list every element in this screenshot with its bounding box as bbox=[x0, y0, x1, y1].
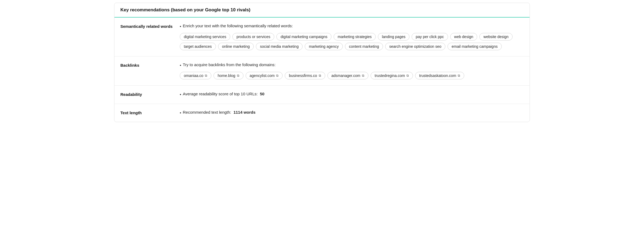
backlinks-section: Backlinks • Try to acquire backlinks fro… bbox=[114, 56, 530, 86]
readability-label: Readability bbox=[120, 92, 174, 98]
bullet-dot-readability: • bbox=[180, 92, 181, 98]
bullet-dot-textlength: • bbox=[180, 110, 181, 116]
semantic-tag: pay per click ppc bbox=[412, 33, 448, 41]
bullet-dot-backlinks: • bbox=[180, 62, 181, 69]
backlinks-tags: omaniaa.co⧉home.blog⧉agencylist.com⧉busi… bbox=[180, 72, 524, 79]
card-title: Key recommendations (based on your Googl… bbox=[120, 7, 250, 12]
text-length-text: Recommended text length: 1114 words bbox=[183, 110, 255, 114]
semantic-tag: marketing agency bbox=[305, 43, 343, 50]
readability-section: Readability • Average readability score … bbox=[114, 86, 530, 104]
semantically-related-tags: digital marketing servicesproducts or se… bbox=[180, 33, 524, 50]
backlink-tag[interactable]: omaniaa.co⧉ bbox=[180, 72, 211, 79]
backlink-domain: trustedsaskatoon.com bbox=[419, 73, 456, 78]
semantic-tag: online marketing bbox=[218, 43, 254, 50]
text-length-intro: Recommended text length: bbox=[183, 110, 231, 114]
external-link-icon: ⧉ bbox=[362, 74, 364, 78]
text-length-content: • Recommended text length: 1114 words bbox=[180, 110, 524, 116]
backlinks-label: Backlinks bbox=[120, 62, 174, 79]
external-link-icon: ⧉ bbox=[406, 74, 409, 78]
text-length-label: Text length bbox=[120, 110, 174, 116]
backlink-tag[interactable]: adsmanager.com⧉ bbox=[327, 72, 368, 79]
backlink-domain: omaniaa.co bbox=[184, 73, 203, 78]
readability-text: Average readability score of top 10 URLs… bbox=[183, 92, 264, 96]
semantic-tag: content marketing bbox=[345, 43, 383, 50]
card-header: Key recommendations (based on your Googl… bbox=[114, 3, 530, 18]
backlink-tag[interactable]: agencylist.com⧉ bbox=[246, 72, 283, 79]
semantic-tag: email marketing campaigns bbox=[448, 43, 501, 50]
semantic-tag: search engine optimization seo bbox=[385, 43, 445, 50]
semantically-related-label: Semantically related words bbox=[120, 23, 174, 50]
text-length-value: 1114 words bbox=[233, 110, 256, 114]
readability-intro: Average readability score of top 10 URLs… bbox=[183, 92, 257, 96]
semantically-related-intro: Enrich your text with the following sema… bbox=[183, 23, 293, 28]
text-length-line: • Recommended text length: 1114 words bbox=[180, 110, 524, 116]
semantic-tag: target audiences bbox=[180, 43, 216, 50]
recommendations-card: Key recommendations (based on your Googl… bbox=[114, 3, 530, 122]
semantic-tag: landing pages bbox=[378, 33, 409, 41]
backlink-domain: agencylist.com bbox=[250, 73, 275, 78]
backlink-domain: adsmanager.com bbox=[331, 73, 360, 78]
bullet-dot: • bbox=[180, 23, 181, 30]
semantic-tag: marketing strategies bbox=[334, 33, 376, 41]
semantic-tag: digital marketing services bbox=[180, 33, 230, 41]
backlinks-intro-line: • Try to acquire backlinks from the foll… bbox=[180, 62, 524, 70]
external-link-icon: ⧉ bbox=[276, 74, 279, 78]
backlink-domain: businessfirms.co bbox=[289, 73, 317, 78]
readability-line: • Average readability score of top 10 UR… bbox=[180, 92, 524, 98]
semantic-tag: social media marketing bbox=[256, 43, 303, 50]
readability-score: 50 bbox=[260, 92, 265, 96]
external-link-icon: ⧉ bbox=[458, 74, 460, 78]
semantic-tag: website design bbox=[479, 33, 513, 41]
backlink-tag[interactable]: trustedregina.com⧉ bbox=[371, 72, 413, 79]
backlink-domain: home.blog bbox=[218, 73, 235, 78]
semantic-tag: digital marketing campaigns bbox=[276, 33, 331, 41]
backlinks-content: • Try to acquire backlinks from the foll… bbox=[180, 62, 524, 79]
text-length-section: Text length • Recommended text length: 1… bbox=[114, 104, 530, 122]
semantic-tag: products or services bbox=[232, 33, 274, 41]
backlink-tag[interactable]: home.blog⧉ bbox=[213, 72, 243, 79]
backlink-tag[interactable]: businessfirms.co⧉ bbox=[285, 72, 325, 79]
semantically-related-intro-line: • Enrich your text with the following se… bbox=[180, 23, 524, 31]
external-link-icon: ⧉ bbox=[237, 74, 239, 78]
readability-content: • Average readability score of top 10 UR… bbox=[180, 92, 524, 98]
backlinks-intro: Try to acquire backlinks from the follow… bbox=[183, 62, 276, 67]
semantic-tag: web design bbox=[450, 33, 477, 41]
external-link-icon: ⧉ bbox=[319, 74, 321, 78]
backlink-tag[interactable]: trustedsaskatoon.com⧉ bbox=[415, 72, 464, 79]
backlink-domain: trustedregina.com bbox=[375, 73, 405, 78]
semantically-related-content: • Enrich your text with the following se… bbox=[180, 23, 524, 50]
semantically-related-section: Semantically related words • Enrich your… bbox=[114, 18, 530, 56]
external-link-icon: ⧉ bbox=[205, 74, 207, 78]
